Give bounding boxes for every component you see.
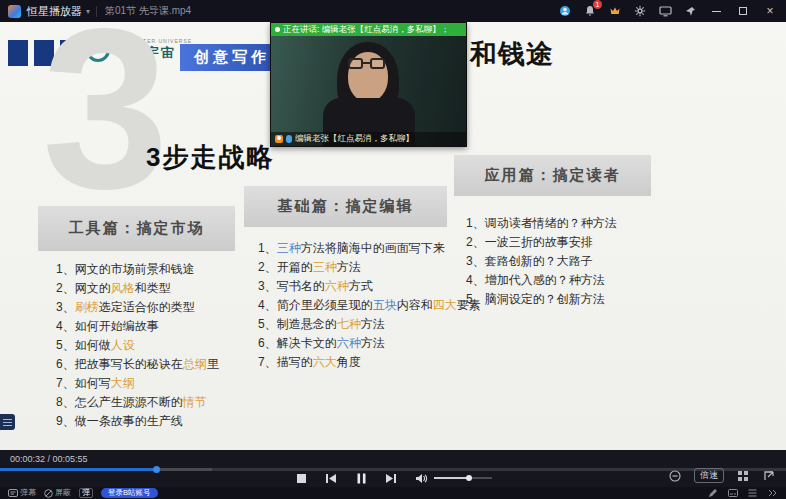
person-icon xyxy=(275,135,283,143)
list-item: 4、简介里必须呈现的五块内容和四大要素 xyxy=(258,296,481,315)
presenter-video xyxy=(271,36,466,146)
list-item: 2、一波三折的故事安排 xyxy=(466,233,617,252)
right-controls: 倍速 xyxy=(668,468,776,483)
volume-fill xyxy=(434,477,469,479)
section-header-application: 应用篇：搞定读者 xyxy=(454,155,651,196)
time-display: 00:00:32 / 00:05:55 xyxy=(10,454,88,464)
section-header-tools: 工具篇：搞定市场 xyxy=(38,206,235,251)
danmu-badge[interactable]: 弹 xyxy=(79,488,93,498)
list-item: 5、如何做人设 xyxy=(56,336,219,355)
speaking-indicator-icon xyxy=(275,27,280,32)
presenter-name: 编辑老张【红点易消，多私聊】 xyxy=(295,133,414,145)
expand-panel-icon[interactable] xyxy=(762,469,776,482)
app-name[interactable]: 恒星播放器 xyxy=(27,4,82,19)
course-banner: 创意写作 xyxy=(180,44,284,71)
webcam-name-bar: 编辑老张【红点易消，多私聊】 xyxy=(271,132,466,146)
previous-button[interactable] xyxy=(324,472,338,484)
video-area[interactable]: CHARACTER UNIVERSE 字符宇宙 创意写作 和钱途 3 3步走战略… xyxy=(0,22,786,450)
mic-icon xyxy=(286,135,292,143)
list-item: 3、写书名的六种方式 xyxy=(258,277,481,296)
volume-icon[interactable] xyxy=(414,472,428,484)
glasses-icon xyxy=(348,58,363,69)
list-item: 1、调动读者情绪的？种方法 xyxy=(466,214,617,233)
list-item: 2、开篇的三种方法 xyxy=(258,258,481,277)
application-list: 1、调动读者情绪的？种方法2、一波三折的故事安排3、套路创新的？大路子4、增加代… xyxy=(466,214,617,309)
pin-icon[interactable] xyxy=(683,4,697,18)
vip-crown-icon[interactable] xyxy=(608,4,622,18)
loop-icon[interactable] xyxy=(668,469,682,482)
list-item: 3、套路创新的？大路子 xyxy=(466,252,617,271)
list-item: 4、增加代入感的？种方法 xyxy=(466,271,617,290)
slide-title-fragment: 和钱途 xyxy=(470,36,554,72)
titlebar-divider xyxy=(96,6,97,17)
list-item: 7、描写的六大角度 xyxy=(258,353,481,372)
speaking-banner: 正在讲话: 编辑老张【红点易消，多私聊】； xyxy=(271,23,466,36)
list-item: 7、如何写大纲 xyxy=(56,374,219,393)
next-button[interactable] xyxy=(384,472,398,484)
player-window: 恒星播放器 ▾ 第01节 先导课.mp4 1 xyxy=(0,0,786,499)
notification-bell-icon[interactable]: 1 xyxy=(583,4,597,18)
list-item: 8、怎么产生源源不断的情节 xyxy=(56,393,219,412)
list-item: 1、三种方法将脑海中的画面写下来 xyxy=(258,239,481,258)
basics-list: 1、三种方法将脑海中的画面写下来2、开篇的三种方法3、写书名的六种方式4、简介里… xyxy=(258,239,481,372)
speed-button[interactable]: 倍速 xyxy=(694,468,724,483)
close-button[interactable]: × xyxy=(762,4,778,18)
block-label: 屏蔽 xyxy=(55,488,71,498)
block-words-toggle[interactable]: 屏蔽 xyxy=(44,488,71,498)
watermark-number: 3 xyxy=(42,22,169,222)
minimize-button[interactable] xyxy=(708,4,724,18)
list-item: 3、刷榜选定适合你的类型 xyxy=(56,298,219,317)
progress-knob[interactable] xyxy=(153,466,160,473)
subtitle-icon[interactable] xyxy=(727,488,738,498)
list-item: 4、如何开始编故事 xyxy=(56,317,219,336)
webcam-overlay: 正在讲话: 编辑老张【红点易消，多私聊】； 编辑老张【红点易消，多私聊】 xyxy=(270,22,467,147)
more-icon[interactable] xyxy=(767,488,778,498)
danmaku-toggle[interactable]: 弹幕 xyxy=(8,488,36,498)
stop-button[interactable] xyxy=(294,472,308,484)
danmaku-bar: 弹幕 屏蔽 弹 登录B站账号 xyxy=(0,487,786,499)
list-item: 5、制造悬念的七种方法 xyxy=(258,315,481,334)
tools-list: 1、网文的市场前景和钱途2、网文的风格和类型3、刷榜选定适合你的类型4、如何开始… xyxy=(56,260,219,431)
volume-knob[interactable] xyxy=(466,475,472,481)
list-item: 9、做一条故事的生产线 xyxy=(56,412,219,431)
cast-tv-icon[interactable] xyxy=(658,4,672,18)
transport-controls xyxy=(294,472,492,484)
speaking-text: 正在讲话: 编辑老张【红点易消，多私聊】； xyxy=(283,24,449,36)
list-item: 5、脑洞设定的？创新方法 xyxy=(466,290,617,309)
list-icon[interactable] xyxy=(747,488,758,498)
screenshot-icon[interactable] xyxy=(736,469,750,482)
notification-badge: 1 xyxy=(593,0,602,9)
play-pause-button[interactable] xyxy=(354,472,368,484)
list-item: 2、网文的风格和类型 xyxy=(56,279,219,298)
list-item: 6、把故事写长的秘诀在总纲里 xyxy=(56,355,219,374)
settings-gear-icon[interactable] xyxy=(633,4,647,18)
chevron-down-icon[interactable]: ▾ xyxy=(86,7,90,16)
volume-slider[interactable] xyxy=(434,477,492,479)
control-bar: 00:00:32 / 00:05:55 xyxy=(0,450,786,487)
list-item: 1、网文的市场前景和钱途 xyxy=(56,260,219,279)
section-header-basics: 基础篇：搞定编辑 xyxy=(244,186,447,227)
strategy-title: 3步走战略 xyxy=(146,140,274,175)
titlebar: 恒星播放器 ▾ 第01节 先导课.mp4 1 xyxy=(0,0,786,22)
account-icon[interactable] xyxy=(558,4,572,18)
danmaku-label: 弹幕 xyxy=(20,488,36,498)
progress-fill xyxy=(0,468,157,471)
edit-icon[interactable] xyxy=(707,488,718,498)
bilibili-login-button[interactable]: 登录B站账号 xyxy=(101,488,158,498)
playlist-toggle[interactable] xyxy=(0,414,15,430)
maximize-button[interactable] xyxy=(735,4,751,18)
app-logo-icon xyxy=(8,5,21,18)
file-name: 第01节 先导课.mp4 xyxy=(105,4,191,18)
list-item: 6、解决卡文的六种方法 xyxy=(258,334,481,353)
